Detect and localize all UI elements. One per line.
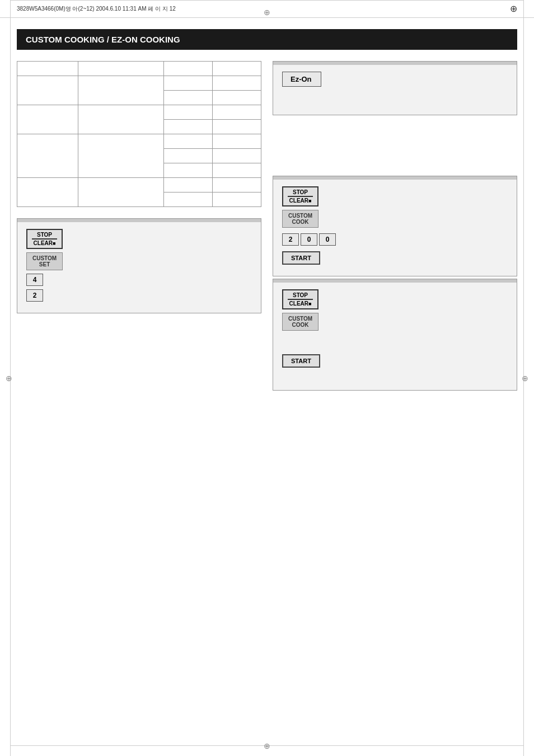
num1-button[interactable]: 2 bbox=[282, 233, 299, 246]
left-step-panel: STOP CLEAR■ CUSTOM SET 4 2 bbox=[17, 218, 261, 313]
rp1-start-button[interactable]: START bbox=[282, 251, 320, 265]
ez-on-panel: Ez-On bbox=[273, 61, 517, 115]
table-cell bbox=[163, 120, 212, 134]
stop-label: STOP bbox=[32, 232, 57, 240]
rp1-numbers-row: 2 0 0 bbox=[282, 231, 508, 248]
rp2-start-row: START bbox=[282, 354, 508, 368]
table-cell bbox=[163, 163, 212, 178]
table-cell bbox=[212, 76, 261, 91]
number-group: 2 0 0 bbox=[282, 233, 336, 246]
right-crosshair: ⊕ bbox=[522, 374, 528, 383]
right-panel-1: STOP CLEAR■ CUSTOM COOK 2 0 0 bbox=[273, 176, 517, 276]
table-cell bbox=[163, 192, 212, 207]
left-panel-header bbox=[17, 219, 261, 222]
table-cell bbox=[17, 105, 78, 134]
table-cell bbox=[212, 62, 261, 76]
table-row bbox=[17, 134, 261, 149]
top-border bbox=[10, 0, 524, 1]
number4-row: 4 bbox=[26, 274, 252, 286]
rp2-custom-cook-button[interactable]: CUSTOM COOK bbox=[282, 313, 318, 331]
table-cell bbox=[163, 105, 212, 120]
table-cell bbox=[17, 134, 78, 178]
left-crosshair: ⊕ bbox=[6, 374, 12, 383]
right-text-area bbox=[273, 125, 517, 176]
table-cell bbox=[78, 178, 164, 207]
rp2-bottom-spacer bbox=[282, 371, 508, 382]
table-cell bbox=[163, 178, 212, 192]
ez-on-row: Ez-On bbox=[282, 72, 508, 87]
table-cell bbox=[212, 120, 261, 134]
rp2-stop-clear-row: STOP CLEAR■ bbox=[282, 289, 508, 309]
table-cell bbox=[212, 163, 261, 178]
num3-button[interactable]: 0 bbox=[319, 233, 336, 246]
rp2-start-button[interactable]: START bbox=[282, 354, 320, 368]
rp2-spacer bbox=[282, 334, 508, 351]
table-cell bbox=[163, 62, 212, 76]
right-panel-2: STOP CLEAR■ CUSTOM COOK START bbox=[273, 279, 517, 391]
rp1-start-row: START bbox=[282, 251, 508, 265]
table-row bbox=[17, 76, 261, 91]
table-cell bbox=[163, 91, 212, 105]
header-text: 3828W5A3466(0M)영 아(2~12) 2004.6.10 11:31… bbox=[17, 5, 176, 13]
num2-button[interactable]: 0 bbox=[301, 233, 317, 246]
custom-set-button[interactable]: CUSTOM SET bbox=[26, 252, 63, 270]
table-cell bbox=[163, 149, 212, 163]
table-cell bbox=[17, 76, 78, 105]
rp1-stop-clear-button[interactable]: STOP CLEAR■ bbox=[282, 186, 318, 206]
right-panel2-header bbox=[273, 279, 517, 283]
table-cell bbox=[212, 105, 261, 120]
rp1-custom-cook-row: CUSTOM COOK bbox=[282, 210, 508, 228]
table-cell bbox=[212, 91, 261, 105]
right-panel1-header bbox=[273, 176, 517, 180]
table-cell bbox=[17, 62, 78, 76]
number2-row: 2 bbox=[26, 289, 252, 302]
table-cell bbox=[78, 62, 164, 76]
table-cell bbox=[163, 76, 212, 91]
ez-on-spacer bbox=[282, 90, 508, 107]
table-cell bbox=[17, 178, 78, 207]
number4-button[interactable]: 4 bbox=[26, 274, 43, 286]
table-cell bbox=[163, 134, 212, 149]
rp2-stop-clear-button[interactable]: STOP CLEAR■ bbox=[282, 289, 318, 309]
table-cell bbox=[78, 134, 164, 178]
rp2-custom-cook-row: CUSTOM COOK bbox=[282, 313, 508, 331]
rp1-stop-label: STOP bbox=[288, 189, 313, 197]
bottom-crosshair: ⊕ bbox=[264, 741, 270, 750]
clear-label: CLEAR■ bbox=[32, 240, 57, 246]
rp1-clear-label: CLEAR■ bbox=[288, 198, 313, 204]
ez-on-panel-header bbox=[273, 62, 517, 65]
header-crosshair: ⊕ bbox=[510, 3, 517, 14]
number2-button[interactable]: 2 bbox=[26, 289, 43, 302]
ez-on-button[interactable]: Ez-On bbox=[282, 72, 321, 87]
table-cell bbox=[212, 178, 261, 192]
rp1-stop-clear-row: STOP CLEAR■ bbox=[282, 186, 508, 206]
top-crosshair: ⊕ bbox=[264, 8, 270, 17]
custom-set-row: CUSTOM SET bbox=[26, 252, 252, 270]
main-content: STOP CLEAR■ CUSTOM SET 4 2 bbox=[17, 61, 517, 393]
rp2-stop-label: STOP bbox=[288, 292, 313, 300]
rp1-custom-cook-button[interactable]: CUSTOM COOK bbox=[282, 210, 318, 228]
stop-clear-row: STOP CLEAR■ bbox=[26, 229, 252, 249]
instruction-table bbox=[17, 61, 261, 207]
table-row bbox=[17, 62, 261, 76]
table-row bbox=[17, 105, 261, 120]
table-cell bbox=[78, 76, 164, 105]
rp2-clear-label: CLEAR■ bbox=[288, 300, 313, 307]
table-cell bbox=[212, 192, 261, 207]
left-section: STOP CLEAR■ CUSTOM SET 4 2 bbox=[17, 61, 261, 393]
table-cell bbox=[212, 149, 261, 163]
page-title: CUSTOM COOKING / EZ-ON COOKING bbox=[17, 29, 517, 50]
table-row bbox=[17, 178, 261, 192]
right-section: Ez-On STOP CLEAR■ CUSTOM COOK bbox=[273, 61, 517, 393]
table-cell bbox=[78, 105, 164, 134]
stop-clear-button[interactable]: STOP CLEAR■ bbox=[26, 229, 63, 249]
table-cell bbox=[212, 134, 261, 149]
